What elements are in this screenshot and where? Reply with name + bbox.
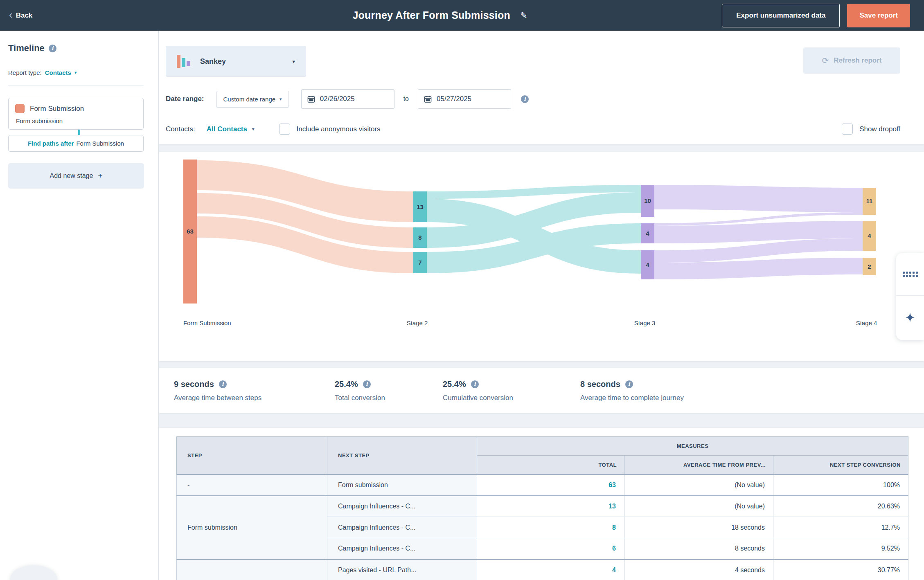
date-to-label: to [403,95,409,103]
stat-value: 9 seconds [174,380,214,389]
page: ‹ Back Journey After Form Submission ✎ E… [0,0,924,580]
cell-step: - [177,474,327,496]
sankey-stage-label: Form Submission [183,319,231,326]
sankey-node[interactable] [413,191,427,222]
refresh-report-button[interactable]: ⟳ Refresh report [803,47,900,74]
contacts-dropdown-value: All Contacts [207,125,247,133]
cell-total-link[interactable]: 13 [477,496,624,517]
help-widget[interactable] [10,565,57,580]
sankey-node[interactable] [641,185,654,217]
col-header-next-step: NEXT STEP [327,437,477,474]
sankey-node[interactable] [863,221,876,251]
cell-total-link[interactable]: 63 [477,474,624,496]
date-range-preset-label: Custom date range [223,96,276,103]
cell-avg-time: 4 seconds [624,560,773,580]
cell-next-step: Campaign Influences - C... [327,538,477,560]
main-content: Sankey ▾ ⟳ Refresh report Date range: Cu… [159,31,924,580]
cell-avg-time: 8 seconds [624,538,773,560]
find-paths-suffix: Form Submission [76,140,124,147]
ai-assistant-button[interactable] [896,296,924,339]
stat-total-conversion: 25.4%i Total conversion [335,380,443,402]
stat-avg-time-between-steps: 9 secondsi Average time between steps [174,380,335,402]
info-icon[interactable]: i [625,380,633,388]
report-title: Journey After Form Submission [352,9,510,21]
stage-card-title: Form Submission [30,105,84,113]
cell-next-step: Pages visited - URL Path... [327,560,477,580]
start-date-input[interactable]: 02/26/2025 [301,89,394,109]
add-new-stage-button[interactable]: Add new stage + [8,163,144,189]
date-range-preset-dropdown[interactable]: Custom date range ▾ [216,91,289,108]
include-anonymous-checkbox[interactable] [279,124,290,135]
chevron-down-icon: ▾ [252,126,255,132]
info-icon[interactable]: i [49,45,56,52]
stage-color-swatch [15,104,25,113]
report-type-row: Report type: Contacts ▾ [8,69,158,76]
sankey-node[interactable] [863,258,876,275]
table-row: Form submissionCampaign Influences - C..… [177,496,908,517]
info-icon[interactable]: i [219,380,227,388]
add-new-stage-label: Add new stage [50,172,93,180]
info-icon[interactable]: i [471,380,479,388]
chevron-down-icon: ▾ [279,97,282,102]
export-unsummarized-button[interactable]: Export unsummarized data [722,4,840,27]
cell-total-link[interactable]: 8 [477,517,624,538]
table-body: -Form submission63(No value)100%Form sub… [177,474,908,580]
stage-card-form-submission[interactable]: Form Submission Form submission [8,98,144,130]
show-dropoff-checkbox[interactable] [842,124,853,135]
floating-tools-panel [896,253,924,340]
cell-total-link[interactable]: 4 [477,560,624,580]
timeline-heading-label: Timeline [8,43,45,54]
stat-cumulative-conversion: 25.4%i Cumulative conversion [443,380,580,402]
find-paths-card[interactable]: Find paths after Form Submission [8,135,144,152]
info-icon[interactable]: i [521,95,529,103]
info-icon[interactable]: i [363,380,371,388]
timeline-sidebar: Timeline i Report type: Contacts ▾ Form … [0,31,159,580]
table-card: STEP NEXT STEP MEASURES TOTAL AVERAGE TI… [159,428,924,580]
cell-step [177,560,327,580]
save-report-button[interactable]: Save report [847,4,910,27]
chart-type-select[interactable]: Sankey ▾ [166,46,306,77]
calendar-icon [307,95,315,103]
cell-total-link[interactable]: 6 [477,538,624,560]
stage-connector [78,130,80,135]
end-date-value: 05/27/2025 [437,95,471,103]
sidebar-divider [8,85,144,85]
sankey-node[interactable] [413,227,427,248]
sankey-node[interactable] [641,223,654,243]
sankey-node[interactable] [183,160,197,303]
sankey-node[interactable] [863,188,876,215]
contacts-dropdown[interactable]: All Contacts ▾ [207,125,255,133]
report-type-label: Report type: [8,69,42,76]
chevron-left-icon: ‹ [9,9,13,20]
sankey-node[interactable] [641,250,654,279]
report-type-dropdown[interactable]: Contacts [45,69,71,76]
chevron-down-icon: ▾ [74,70,77,75]
back-button[interactable]: ‹ Back [9,11,32,20]
table-row: -Form submission63(No value)100% [177,474,908,496]
sankey-link[interactable] [654,185,863,212]
sankey-svg: 63Form Submission1387Stage 21044Stage 31… [159,152,924,361]
stat-label: Cumulative conversion [443,394,580,402]
stat-avg-time-complete-journey: 8 secondsi Average time to complete jour… [580,380,684,402]
end-date-input[interactable]: 05/27/2025 [418,89,511,109]
cell-next-step: Form submission [327,474,477,496]
cell-next-step: Campaign Influences - C... [327,517,477,538]
chart-type-label: Sankey [200,57,226,66]
report-title-wrap: Journey After Form Submission ✎ [352,9,527,21]
drag-handle[interactable] [896,253,924,296]
sankey-chart-card: 63Form Submission1387Stage 21044Stage 31… [159,152,924,361]
cell-conversion: 30.77% [773,560,908,580]
col-header-total: TOTAL [477,456,624,474]
show-dropoff-label: Show dropoff [859,125,900,133]
back-label: Back [16,11,33,20]
edit-pencil-icon[interactable]: ✎ [520,11,527,20]
start-date-value: 02/26/2025 [320,95,355,103]
sankey-node[interactable] [413,252,427,273]
stats-card: 9 secondsi Average time between steps 25… [159,368,924,413]
sparkle-icon [903,310,917,324]
table-row: Pages visited - URL Path...44 seconds30.… [177,560,908,580]
col-header-avg-time: AVERAGE TIME FROM PREV... [624,456,773,474]
cell-conversion: 100% [773,474,908,496]
cell-step: Form submission [177,496,327,560]
header-actions: Export unsummarized data Save report [722,4,910,27]
